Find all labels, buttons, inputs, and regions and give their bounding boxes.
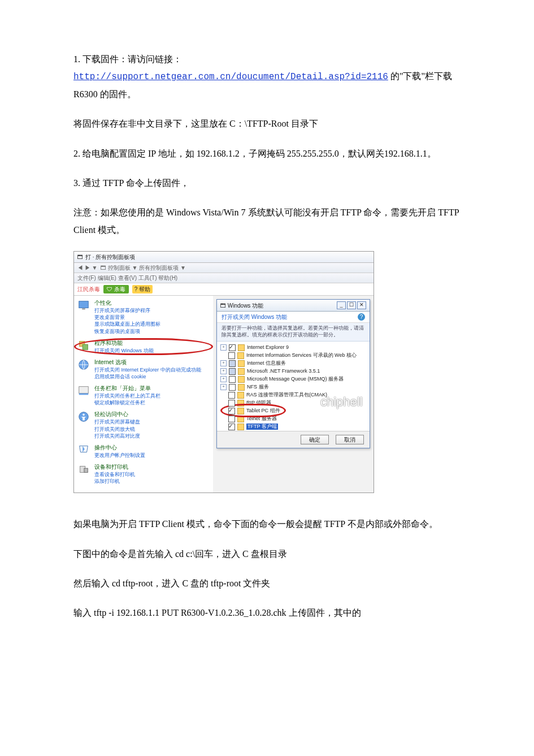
internet-sub2[interactable]: 启用或禁用会话 cookie — [94, 373, 201, 380]
internet-sub1[interactable]: 打开或关闭 Internet Explorer 中的自动完成功能 — [94, 366, 201, 373]
programs-head[interactable]: 程序和功能 — [94, 339, 154, 347]
ease-sub2[interactable]: 打开或关闭放大镜 — [94, 426, 140, 433]
minimize-icon[interactable]: _ — [337, 301, 346, 309]
taskbar-head[interactable]: 任务栏和「开始」菜单 — [94, 385, 160, 392]
feature-row[interactable]: RIP 侦听器 — [220, 399, 366, 407]
maximize-icon[interactable]: ☐ — [347, 301, 356, 309]
folder-icon — [237, 352, 244, 359]
checkbox[interactable] — [229, 368, 236, 375]
window-titlebar: 🗔 打 · 所有控制面板项 — [74, 252, 374, 263]
windows-features-dialog: 🗔 Windows 功能 _ ☐ ✕ 打开或关闭 Windows 功能 ? 若要… — [216, 299, 370, 448]
folder-icon — [238, 344, 245, 351]
control-panel-screenshot: 🗔 打 · 所有控制面板项 ◀ ▶ ▼ 🗔 控制面板 ▼ 所有控制面板项 ▼ 文… — [73, 251, 374, 493]
para-save: 将固件保存在非中文目录下，这里放在 C：\TFTP-Root 目录下 — [73, 115, 461, 132]
feature-row[interactable]: +Internet Explorer 9 — [220, 344, 366, 352]
help-button[interactable]: ? 帮助 — [132, 285, 153, 293]
step-3: 3. 通过 TFTP 命令上传固件， — [73, 175, 461, 192]
folder-icon — [238, 384, 245, 391]
step-2: 2. 给电脑配置固定 IP 地址，如 192.168.1.2，子网掩码 255.… — [73, 145, 461, 162]
checkbox[interactable] — [228, 408, 235, 414]
cancel-button[interactable]: 取消 — [336, 435, 364, 444]
devices-icon — [77, 463, 90, 476]
cp-small-icon: 🗔 — [101, 265, 106, 271]
feature-name: Internet 信息服务 — [247, 360, 286, 367]
expander-icon[interactable]: + — [220, 368, 227, 374]
feature-row[interactable]: +Internet 信息服务 — [220, 360, 366, 368]
antivirus-toolbar: 江民杀毒 🛡 杀毒 ? 帮助 — [74, 283, 374, 296]
feature-row[interactable]: +Microsoft .NET Framework 3.5.1 — [220, 368, 366, 375]
personalize-sub4[interactable]: 恢复桌面项的桌面项 — [94, 328, 160, 335]
step1-prefix: 1. 下载固件：请访问链接： — [73, 54, 182, 64]
feature-row[interactable]: Telnet 服务器 — [220, 415, 366, 423]
personalize-sub1[interactable]: 打开或关闭屏幕保护程序 — [94, 307, 160, 314]
folder-icon — [238, 376, 245, 383]
dialog-icon: 🗔 — [220, 303, 226, 309]
checkbox[interactable] — [229, 384, 236, 391]
close-icon[interactable]: ✕ — [357, 301, 366, 309]
ease-sub3[interactable]: 打开或关闭高对比度 — [94, 433, 140, 439]
cp-left-column: 个性化 打开或关闭屏幕保护程序 更改桌面背景 显示或隐藏桌面上的通用图标 恢复桌… — [74, 296, 213, 493]
breadcrumb-bar[interactable]: ◀ ▶ ▼ 🗔 控制面板 ▼ 所有控制面板项 ▼ — [74, 263, 374, 273]
feature-row[interactable]: +NFS 服务 — [220, 383, 366, 391]
personalize-sub3[interactable]: 显示或隐藏桌面上的通用图标 — [94, 321, 160, 327]
ok-button[interactable]: 确定 — [301, 435, 329, 444]
expander-icon[interactable]: + — [220, 376, 227, 382]
firmware-link[interactable]: http://support.netgear.com.cn/doucument/… — [73, 72, 388, 82]
scan-button[interactable]: 🛡 杀毒 — [103, 285, 129, 293]
cp-icon: 🗔 — [77, 253, 83, 261]
after-3: 然后输入 cd tftp-root，进入 C 盘的 tftp-root 文件夹 — [73, 575, 461, 592]
menubar[interactable]: 文件(F) 编辑(E) 查看(V) 工具(T) 帮助(H) — [74, 273, 374, 283]
checkbox[interactable] — [229, 344, 236, 351]
checkbox[interactable] — [228, 392, 235, 399]
internet-head[interactable]: Internet 选项 — [94, 358, 201, 366]
expander-icon[interactable]: + — [220, 384, 227, 390]
internet-icon — [77, 358, 90, 371]
checkbox[interactable] — [229, 376, 236, 383]
action-sub1[interactable]: 更改用户帐户控制设置 — [94, 452, 145, 459]
expander-icon[interactable]: + — [220, 344, 227, 351]
help-icon[interactable]: ? — [358, 313, 365, 321]
taskbar-sub2[interactable]: 锁定或解除锁定任务栏 — [94, 399, 160, 406]
svg-rect-0 — [79, 301, 89, 308]
folder-icon — [238, 360, 245, 367]
feature-name: Telnet 服务器 — [246, 416, 277, 422]
ease-head[interactable]: 轻松访问中心 — [94, 411, 140, 418]
checkbox[interactable] — [229, 360, 236, 367]
svg-rect-10 — [84, 468, 88, 472]
checkbox[interactable] — [228, 424, 235, 430]
after-2: 下图中的命令是首先输入 cd c:\回车，进入 C 盘根目录 — [73, 546, 461, 563]
dialog-title: Windows 功能 — [228, 303, 263, 309]
feature-row[interactable]: Tablet PC 组件 — [220, 407, 366, 415]
feature-row[interactable]: Internet Information Services 可承载的 Web 核… — [220, 352, 366, 360]
feature-row[interactable]: RAS 连接管理器管理工具包(CMAK) — [220, 391, 366, 399]
devices-sub1[interactable]: 查看设备和打印机 — [94, 471, 135, 478]
feature-row[interactable]: TFTP 客户端 — [220, 423, 366, 431]
taskbar-sub1[interactable]: 打开或关闭任务栏上的工具栏 — [94, 392, 160, 399]
personalize-sub2[interactable]: 更改桌面背景 — [94, 314, 160, 321]
svg-rect-1 — [82, 309, 85, 310]
devices-sub2[interactable]: 添加打印机 — [94, 478, 135, 485]
personalize-head[interactable]: 个性化 — [94, 299, 160, 306]
breadcrumb[interactable]: 控制面板 ▼ 所有控制面板项 ▼ — [108, 265, 186, 271]
svg-rect-6 — [79, 394, 89, 395]
checkbox[interactable] — [228, 352, 235, 359]
devices-head[interactable]: 设备和打印机 — [94, 463, 135, 470]
checkbox[interactable] — [228, 416, 235, 422]
ease-sub1[interactable]: 打开或关闭屏幕键盘 — [94, 418, 140, 425]
svg-rect-5 — [79, 387, 89, 394]
back-icon[interactable]: ◀ — [77, 265, 83, 271]
programs-sub1[interactable]: 打开或关闭 Windows 功能 — [94, 347, 154, 354]
ease-icon — [77, 411, 90, 423]
action-head[interactable]: 操作中心 — [94, 444, 145, 451]
folder-icon — [237, 392, 244, 399]
expander-icon[interactable]: + — [220, 360, 227, 366]
feature-name: TFTP 客户端 — [246, 424, 278, 430]
fwd-icon[interactable]: ▶ — [85, 265, 90, 271]
feature-name: NFS 服务 — [247, 384, 269, 391]
features-list[interactable]: chiphell www.chiphell.com +Internet Expl… — [217, 342, 370, 431]
feature-row[interactable]: +Microsoft Message Queue (MSMQ) 服务器 — [220, 375, 366, 383]
folder-icon — [237, 408, 244, 414]
svg-rect-3 — [83, 344, 88, 349]
checkbox[interactable] — [228, 400, 235, 407]
feature-name: RIP 侦听器 — [246, 400, 271, 407]
